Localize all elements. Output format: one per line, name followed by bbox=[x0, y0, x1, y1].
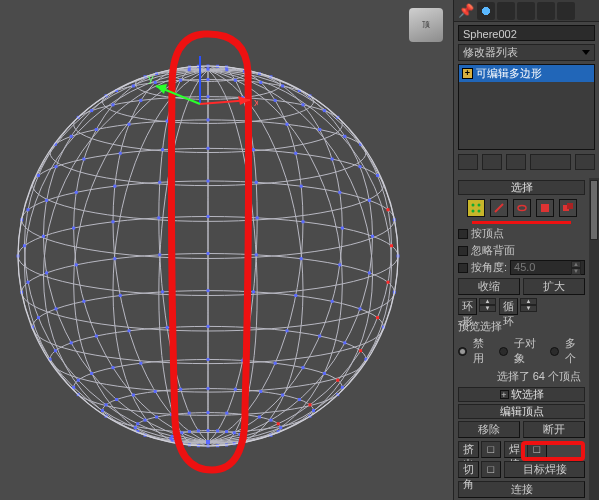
expand-icon[interactable]: + bbox=[462, 68, 473, 79]
pin-icon[interactable]: 📌 bbox=[457, 2, 475, 20]
selection-status: 选择了 64 个顶点 bbox=[458, 368, 585, 385]
svg-point-11 bbox=[477, 210, 480, 213]
by-vertex-checkbox[interactable] bbox=[458, 229, 468, 239]
rollout-area: 选择 按顶点 忽略背面 bbox=[454, 178, 589, 500]
svg-text:y: y bbox=[148, 72, 154, 84]
remove-button[interactable]: 移除 bbox=[458, 421, 520, 438]
connect-button[interactable]: 连接 bbox=[458, 481, 585, 498]
svg-point-12 bbox=[518, 206, 526, 211]
loop-button[interactable]: 循环 bbox=[499, 298, 518, 315]
svg-text:x: x bbox=[254, 96, 258, 108]
command-panel-tabs[interactable]: 📌 bbox=[454, 0, 599, 22]
modifier-stack[interactable]: + 可编辑多边形 bbox=[458, 64, 595, 150]
view-cube[interactable]: 顶 bbox=[409, 8, 443, 42]
selection-section: 按顶点 忽略背面 按角度: 45.0▲▼ 收缩 扩大 环形▲▼ 循环▲▼ 预览选… bbox=[458, 199, 585, 385]
border-subobj-button[interactable] bbox=[513, 199, 531, 217]
chamfer-settings-button[interactable]: □ bbox=[481, 461, 502, 478]
viewport[interactable]: x y 顶 bbox=[0, 0, 453, 500]
by-angle-checkbox[interactable] bbox=[458, 263, 468, 273]
extrude-settings-button[interactable]: □ bbox=[481, 441, 502, 458]
svg-rect-15 bbox=[567, 203, 573, 209]
command-panel: 📌 Sphere002 修改器列表 + 可编辑多边形 选择 bbox=[453, 0, 599, 500]
subobject-row bbox=[458, 199, 585, 217]
stack-item-editable-poly[interactable]: + 可编辑多边形 bbox=[459, 65, 594, 82]
rollout-edit-vertices[interactable]: 编辑顶点 bbox=[458, 404, 585, 419]
svg-point-9 bbox=[477, 204, 480, 207]
shrink-button[interactable]: 收缩 bbox=[458, 278, 520, 295]
edit-vertices-section: 移除 断开 挤出□ 焊接□ 切角□ 目标焊接 连接 移除孤立顶点 bbox=[458, 421, 585, 500]
modifier-list-dropdown[interactable]: 修改器列表 bbox=[458, 44, 595, 61]
edge-subobj-button[interactable] bbox=[490, 199, 508, 217]
display-tab-icon[interactable] bbox=[537, 2, 555, 20]
object-name-field[interactable]: Sphere002 bbox=[458, 25, 595, 41]
scrollbar-thumb[interactable] bbox=[590, 180, 598, 240]
polygon-subobj-button[interactable] bbox=[536, 199, 554, 217]
configure-sets-button[interactable] bbox=[575, 154, 595, 170]
svg-marker-5 bbox=[156, 84, 167, 94]
remove-modifier-button[interactable] bbox=[530, 154, 571, 170]
chevron-down-icon bbox=[582, 50, 590, 55]
gizmo[interactable]: x y bbox=[138, 56, 258, 138]
stack-item-label: 可编辑多边形 bbox=[476, 66, 542, 81]
stack-toolbar bbox=[458, 153, 595, 171]
ring-button[interactable]: 环形 bbox=[458, 298, 477, 315]
modify-tab-icon[interactable] bbox=[477, 2, 495, 20]
ignore-backfacing-label: 忽略背面 bbox=[471, 243, 515, 258]
red-underline-annotation bbox=[472, 221, 571, 224]
preview-multi-radio[interactable] bbox=[550, 347, 559, 356]
red-box-annotation-weld bbox=[521, 441, 585, 461]
make-unique-button[interactable] bbox=[506, 154, 526, 170]
pin-stack-button[interactable] bbox=[458, 154, 478, 170]
rollout-soft-selection[interactable]: +软选择 bbox=[458, 387, 585, 402]
hierarchy-tab-icon[interactable] bbox=[497, 2, 515, 20]
by-vertex-label: 按顶点 bbox=[471, 226, 504, 241]
preview-off-radio[interactable] bbox=[458, 347, 467, 356]
preview-subobj-radio[interactable] bbox=[499, 347, 508, 356]
svg-marker-3 bbox=[238, 96, 250, 105]
break-button[interactable]: 断开 bbox=[523, 421, 585, 438]
by-angle-spinner[interactable]: 45.0▲▼ bbox=[510, 260, 585, 275]
element-subobj-button[interactable] bbox=[559, 199, 577, 217]
vertex-subobj-button[interactable] bbox=[467, 199, 485, 217]
svg-rect-13 bbox=[541, 204, 549, 212]
utilities-tab-icon[interactable] bbox=[557, 2, 575, 20]
grow-button[interactable]: 扩大 bbox=[523, 278, 585, 295]
motion-tab-icon[interactable] bbox=[517, 2, 535, 20]
expand-icon: + bbox=[500, 390, 509, 399]
modifier-list-label: 修改器列表 bbox=[463, 45, 518, 60]
rollout-selection[interactable]: 选择 bbox=[458, 180, 585, 195]
preview-label: 预览选择 bbox=[458, 319, 585, 334]
show-end-result-button[interactable] bbox=[482, 154, 502, 170]
extrude-button[interactable]: 挤出 bbox=[458, 441, 479, 458]
panel-scrollbar[interactable] bbox=[589, 178, 599, 500]
svg-point-10 bbox=[471, 210, 474, 213]
target-weld-button[interactable]: 目标焊接 bbox=[504, 461, 585, 478]
chamfer-button[interactable]: 切角 bbox=[458, 461, 479, 478]
ignore-backfacing-checkbox[interactable] bbox=[458, 246, 468, 256]
svg-point-8 bbox=[471, 204, 474, 207]
by-angle-label: 按角度: bbox=[471, 260, 507, 275]
